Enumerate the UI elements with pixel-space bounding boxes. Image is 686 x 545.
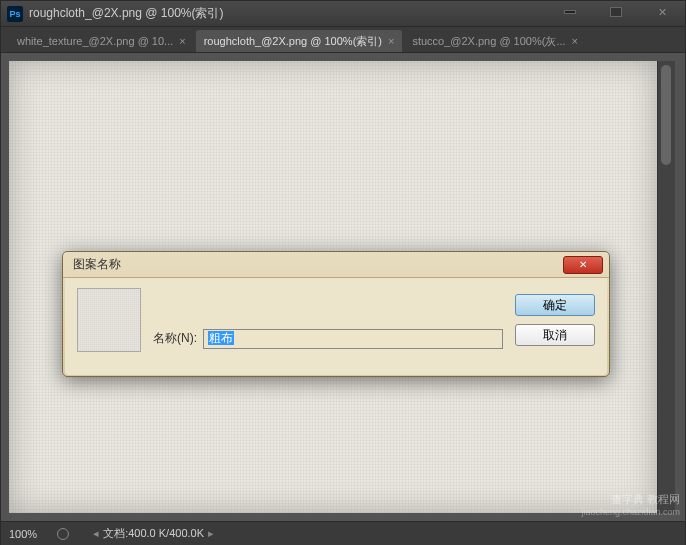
window-close-button[interactable] [639,2,685,22]
name-label: 名称(N): [153,330,197,347]
tab-label: roughcloth_@2X.png @ 100%(索引) [204,34,382,49]
watermark-url: jiaocheng.chazidian.com [581,507,680,517]
dialog-title-bar[interactable]: 图案名称 ✕ [63,252,609,278]
watermark: 查字典 教程网 jiaocheng.chazidian.com [581,492,680,517]
vertical-scrollbar[interactable] [657,61,675,513]
document-tab[interactable]: stucco_@2X.png @ 100%(灰... × [404,30,586,52]
pattern-preview [77,288,141,352]
document-tab[interactable]: roughcloth_@2X.png @ 100%(索引) × [196,30,403,52]
tab-label: white_texture_@2X.png @ 10... [17,35,173,47]
minimize-button[interactable] [547,2,593,22]
name-field-row: 名称(N): 粗布 [153,312,503,365]
chevron-left-icon[interactable]: ◂ [93,527,99,540]
document-tab[interactable]: white_texture_@2X.png @ 10... × [9,30,194,52]
pattern-name-input[interactable]: 粗布 [203,329,503,349]
photoshop-icon: Ps [7,6,23,22]
scroll-thumb[interactable] [661,65,671,165]
pattern-name-dialog: 图案名称 ✕ 名称(N): 粗布 确定 取消 [62,251,610,377]
watermark-text: 查字典 教程网 [581,492,680,507]
window-title: roughcloth_@2X.png @ 100%(索引) [29,5,547,22]
title-bar: Ps roughcloth_@2X.png @ 100%(索引) [1,1,685,27]
maximize-button[interactable] [593,2,639,22]
document-tab-bar: white_texture_@2X.png @ 10... × roughclo… [1,27,685,53]
cancel-button[interactable]: 取消 [515,324,595,346]
tab-close-icon[interactable]: × [572,35,578,47]
dialog-title: 图案名称 [73,256,563,273]
document-info-icon[interactable] [57,528,69,540]
ok-button[interactable]: 确定 [515,294,595,316]
tab-close-icon[interactable]: × [179,35,185,47]
zoom-level[interactable]: 100% [9,528,37,540]
dialog-close-button[interactable]: ✕ [563,256,603,274]
document-size-label: 文档:400.0 K/400.0K [103,526,204,541]
status-bar: 100% ◂ 文档:400.0 K/400.0K ▸ [1,521,685,545]
tab-close-icon[interactable]: × [388,35,394,47]
dialog-buttons: 确定 取消 [515,294,595,365]
tab-label: stucco_@2X.png @ 100%(灰... [412,34,565,49]
window-controls [547,5,685,22]
chevron-right-icon[interactable]: ▸ [208,527,214,540]
dialog-body: 名称(N): 粗布 确定 取消 [65,278,607,375]
